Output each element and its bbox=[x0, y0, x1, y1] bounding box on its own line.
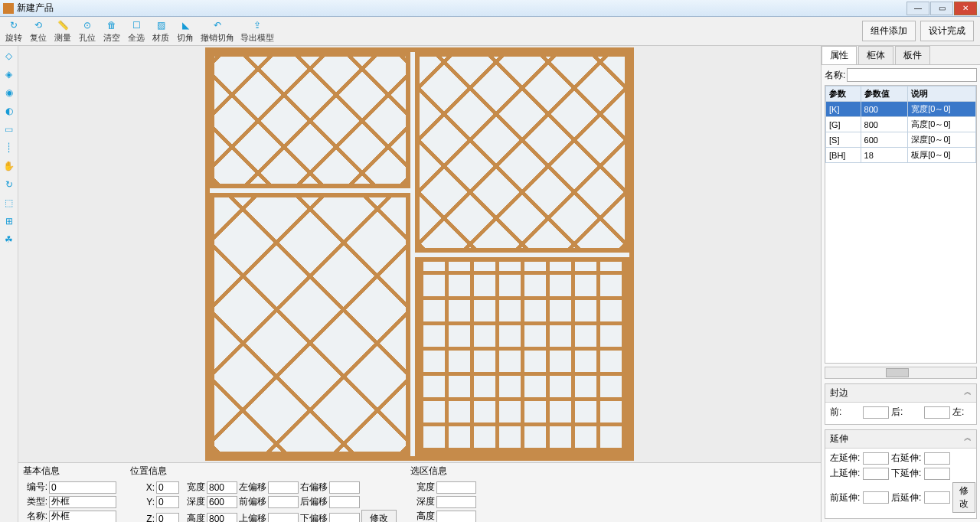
id-input[interactable] bbox=[49, 481, 116, 494]
left-tool-8[interactable]: ⬚ bbox=[2, 196, 16, 210]
edge-back-input[interactable] bbox=[924, 406, 950, 419]
left-tool-5[interactable]: ┊ bbox=[2, 141, 16, 155]
toolbar-8[interactable]: ↶撤销切角 bbox=[198, 17, 237, 45]
ext-back-input[interactable] bbox=[924, 491, 950, 504]
pos-modify-button[interactable]: 修改 bbox=[361, 510, 397, 522]
toolbar-label: 撤销切角 bbox=[201, 32, 234, 44]
toolbar-label: 复位 bbox=[30, 32, 47, 44]
name-input[interactable] bbox=[49, 511, 116, 523]
toolbar-icon: ☐ bbox=[129, 18, 143, 31]
z-input[interactable] bbox=[156, 513, 179, 523]
downoff-input[interactable] bbox=[329, 513, 360, 523]
type-input[interactable] bbox=[49, 496, 116, 508]
h-scrollbar[interactable] bbox=[825, 367, 977, 379]
toolbar-9[interactable]: ⇪导出模型 bbox=[237, 17, 277, 45]
ext-down-input[interactable] bbox=[924, 468, 950, 480]
left-tool-6[interactable]: ✋ bbox=[2, 159, 16, 173]
edge-section-header[interactable]: 封边︽ bbox=[825, 384, 976, 403]
sel-depth-input[interactable] bbox=[436, 496, 476, 508]
tab-properties[interactable]: 属性 bbox=[822, 46, 857, 64]
toolbar-label: 清空 bbox=[103, 32, 120, 44]
left-tool-2[interactable]: ◉ bbox=[2, 86, 16, 100]
left-tool-10[interactable]: ☘ bbox=[2, 233, 16, 246]
name-label: 名称: bbox=[825, 69, 845, 82]
left-tool-1[interactable]: ◈ bbox=[2, 67, 16, 81]
left-tool-3[interactable]: ◐ bbox=[2, 104, 16, 118]
titlebar: 新建产品 — ▭ ✕ bbox=[0, 0, 980, 17]
left-tool-7[interactable]: ↻ bbox=[2, 178, 16, 191]
frontoff-input[interactable] bbox=[268, 496, 299, 508]
panel-bottom-left[interactable] bbox=[210, 193, 410, 456]
minimize-button[interactable]: — bbox=[906, 2, 929, 15]
x-input[interactable] bbox=[156, 481, 179, 494]
toolbar-3[interactable]: ⊙孔位 bbox=[75, 17, 100, 45]
toolbar-5[interactable]: ☐全选 bbox=[124, 17, 149, 45]
toolbar-4[interactable]: 🗑清空 bbox=[100, 17, 124, 45]
sel-info-title: 选区信息 bbox=[410, 465, 476, 478]
table-row[interactable]: [BH]18板厚[0～0] bbox=[826, 148, 976, 163]
toolbar-icon: ⟲ bbox=[31, 18, 45, 31]
ext-up-input[interactable] bbox=[863, 468, 889, 480]
right-panel: 属性 柜体 板件 名称: 参数 参数值 说明 [K]800宽度[0～0][G]8… bbox=[821, 46, 980, 522]
window-title: 新建产品 bbox=[17, 2, 906, 15]
toolbar: ↻旋转⟲复位📏测量⊙孔位🗑清空☐全选▨材质◣切角↶撤销切角⇪导出模型 组件添加 … bbox=[0, 17, 980, 46]
toolbar-1[interactable]: ⟲复位 bbox=[26, 17, 51, 45]
basic-info-title: 基本信息 bbox=[23, 465, 116, 478]
leftoff-input[interactable] bbox=[268, 481, 299, 494]
toolbar-6[interactable]: ▨材质 bbox=[149, 17, 173, 45]
left-tool-9[interactable]: ⊞ bbox=[2, 214, 16, 228]
param-table: 参数 参数值 说明 [K]800宽度[0～0][G]800高度[0～0][S]6… bbox=[825, 86, 976, 163]
toolbar-label: 孔位 bbox=[79, 32, 96, 44]
chevron-up-icon: ︽ bbox=[964, 432, 972, 445]
bottom-panel: 基本信息 编号: 类型: 名称: 位置信息 X: 宽度 左偏移 右偏移 Y: 深… bbox=[18, 462, 821, 522]
panel-top-right[interactable] bbox=[415, 52, 629, 253]
toolbar-label: 测量 bbox=[54, 32, 71, 44]
ext-right-input[interactable] bbox=[924, 452, 950, 465]
ext-modify-button[interactable]: 修改 bbox=[952, 482, 975, 513]
toolbar-icon: ⊙ bbox=[80, 18, 94, 31]
depth-input[interactable] bbox=[207, 496, 237, 508]
toolbar-icon: ↶ bbox=[211, 18, 224, 31]
tab-board[interactable]: 板件 bbox=[895, 46, 930, 64]
ext-left-input[interactable] bbox=[863, 452, 889, 465]
toolbar-icon: 🗑 bbox=[105, 18, 119, 31]
toolbar-label: 切角 bbox=[177, 32, 194, 44]
upoff-input[interactable] bbox=[268, 513, 299, 523]
height-input[interactable] bbox=[207, 513, 237, 523]
toolbar-label: 材质 bbox=[152, 32, 169, 44]
toolbar-icon: ▨ bbox=[154, 18, 168, 31]
backoff-input[interactable] bbox=[329, 496, 360, 508]
pos-info-title: 位置信息 bbox=[130, 465, 397, 478]
toolbar-label: 旋转 bbox=[5, 32, 22, 44]
design-done-button[interactable]: 设计完成 bbox=[920, 21, 974, 41]
design-canvas[interactable] bbox=[205, 47, 634, 461]
y-input[interactable] bbox=[156, 496, 179, 508]
rightoff-input[interactable] bbox=[329, 481, 360, 494]
left-toolbar: ◇◈◉◐▭┊✋↻⬚⊞☘ bbox=[0, 46, 18, 522]
toolbar-label: 全选 bbox=[128, 32, 145, 44]
ext-front-input[interactable] bbox=[863, 491, 889, 504]
width-input[interactable] bbox=[207, 481, 237, 494]
tab-cabinet[interactable]: 柜体 bbox=[858, 46, 893, 64]
sel-width-input[interactable] bbox=[436, 481, 476, 494]
panel-top-left[interactable] bbox=[210, 52, 410, 188]
table-row[interactable]: [K]800宽度[0～0] bbox=[826, 102, 976, 117]
left-tool-4[interactable]: ▭ bbox=[2, 122, 16, 136]
panel-bottom-right[interactable] bbox=[415, 257, 629, 456]
ext-section-header[interactable]: 延伸︽ bbox=[825, 430, 976, 449]
toolbar-2[interactable]: 📏测量 bbox=[51, 17, 75, 45]
toolbar-icon: ⇪ bbox=[250, 18, 264, 31]
left-tool-0[interactable]: ◇ bbox=[2, 49, 16, 63]
app-icon bbox=[3, 3, 14, 14]
maximize-button[interactable]: ▭ bbox=[930, 2, 953, 15]
toolbar-7[interactable]: ◣切角 bbox=[173, 17, 198, 45]
sel-height-input[interactable] bbox=[436, 511, 476, 523]
table-row[interactable]: [S]600深度[0～0] bbox=[826, 132, 976, 148]
add-component-button[interactable]: 组件添加 bbox=[862, 21, 916, 41]
edge-front-input[interactable] bbox=[863, 406, 889, 419]
table-row[interactable]: [G]800高度[0～0] bbox=[826, 117, 976, 132]
close-button[interactable]: ✕ bbox=[954, 2, 977, 15]
prop-name-input[interactable] bbox=[847, 68, 977, 82]
toolbar-icon: ↻ bbox=[7, 18, 21, 31]
toolbar-0[interactable]: ↻旋转 bbox=[2, 17, 26, 45]
